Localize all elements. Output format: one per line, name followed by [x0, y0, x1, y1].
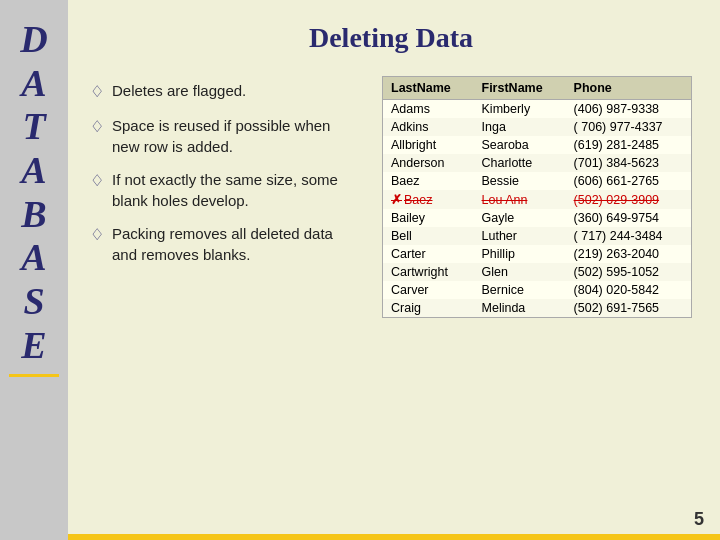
cell-firstname: Lou Ann — [474, 190, 566, 209]
cell-firstname: Phillip — [474, 245, 566, 263]
cell-phone: (804) 020-5842 — [566, 281, 692, 299]
cell-lastname: Carter — [383, 245, 474, 263]
letter-b: B — [21, 193, 46, 237]
cell-lastname: Baez — [383, 172, 474, 190]
cell-firstname: Gayle — [474, 209, 566, 227]
cell-firstname: Inga — [474, 118, 566, 136]
letter-t: T — [22, 105, 45, 149]
cell-firstname: Luther — [474, 227, 566, 245]
page-title: Deleting Data — [90, 22, 692, 54]
cell-phone: (360) 649-9754 — [566, 209, 692, 227]
table-row: Baez Lou Ann (502) 029-3909 — [383, 190, 692, 209]
bullet-item: ♢Deletes are flagged. — [90, 80, 358, 103]
bullets-list: ♢Deletes are flagged.♢Space is reused if… — [90, 76, 358, 522]
letter-a1: A — [21, 62, 46, 106]
table-row: Craig Melinda (502) 691-7565 — [383, 299, 692, 318]
cell-firstname: Bessie — [474, 172, 566, 190]
letter-s: S — [23, 280, 44, 324]
table-row: Anderson Charlotte (701) 384-5623 — [383, 154, 692, 172]
bullet-text: Space is reused if possible when new row… — [112, 115, 358, 157]
cell-firstname: Melinda — [474, 299, 566, 318]
cell-firstname: Bernice — [474, 281, 566, 299]
cell-phone: (219) 263-2040 — [566, 245, 692, 263]
table-container: LastName FirstName Phone Adams Kimberly … — [382, 76, 692, 522]
bullet-diamond: ♢ — [90, 116, 104, 138]
page-number: 5 — [694, 509, 704, 530]
cell-firstname: Glen — [474, 263, 566, 281]
cell-phone: (701) 384-5623 — [566, 154, 692, 172]
content-area: ♢Deletes are flagged.♢Space is reused if… — [90, 76, 692, 522]
cell-lastname: Carver — [383, 281, 474, 299]
cell-lastname: Anderson — [383, 154, 474, 172]
letter-a3: A — [21, 236, 46, 280]
cell-firstname: Kimberly — [474, 100, 566, 119]
data-table: LastName FirstName Phone Adams Kimberly … — [382, 76, 692, 318]
bullet-text: If not exactly the same size, some blank… — [112, 169, 358, 211]
bullet-diamond: ♢ — [90, 224, 104, 246]
cell-firstname: Charlotte — [474, 154, 566, 172]
cell-phone: (502) 691-7565 — [566, 299, 692, 318]
bullet-diamond: ♢ — [90, 170, 104, 192]
table-row: Allbright Searoba (619) 281-2485 — [383, 136, 692, 154]
table-row: Bell Luther ( 717) 244-3484 — [383, 227, 692, 245]
cell-lastname: Bell — [383, 227, 474, 245]
table-header-row: LastName FirstName Phone — [383, 77, 692, 100]
col-header-firstname: FirstName — [474, 77, 566, 100]
table-row: Cartwright Glen (502) 595-1052 — [383, 263, 692, 281]
bullet-item: ♢Space is reused if possible when new ro… — [90, 115, 358, 157]
sidebar-underline — [9, 374, 59, 377]
table-row: Adams Kimberly (406) 987-9338 — [383, 100, 692, 119]
cell-lastname: Bailey — [383, 209, 474, 227]
cell-lastname: Baez — [383, 190, 474, 209]
cell-phone: (606) 661-2765 — [566, 172, 692, 190]
table-row: Baez Bessie (606) 661-2765 — [383, 172, 692, 190]
main-content: Deleting Data ♢Deletes are flagged.♢Spac… — [68, 0, 720, 540]
cell-lastname: Adams — [383, 100, 474, 119]
cell-lastname: Cartwright — [383, 263, 474, 281]
bullet-item: ♢Packing removes all deleted data and re… — [90, 223, 358, 265]
letter-e: E — [21, 324, 46, 368]
col-header-lastname: LastName — [383, 77, 474, 100]
cell-firstname: Searoba — [474, 136, 566, 154]
table-row: Adkins Inga ( 706) 977-4337 — [383, 118, 692, 136]
table-row: Carver Bernice (804) 020-5842 — [383, 281, 692, 299]
cell-phone: (502) 595-1052 — [566, 263, 692, 281]
cell-phone: ( 717) 244-3484 — [566, 227, 692, 245]
bullet-diamond: ♢ — [90, 81, 104, 103]
cell-phone: (619) 281-2485 — [566, 136, 692, 154]
table-row: Carter Phillip (219) 263-2040 — [383, 245, 692, 263]
letter-d: D — [20, 18, 47, 62]
cell-phone: (502) 029-3909 — [566, 190, 692, 209]
col-header-phone: Phone — [566, 77, 692, 100]
bullet-text: Deletes are flagged. — [112, 80, 246, 101]
cell-lastname: Adkins — [383, 118, 474, 136]
cell-phone: (406) 987-9338 — [566, 100, 692, 119]
bottom-bar — [68, 534, 720, 540]
letter-a2: A — [21, 149, 46, 193]
cell-lastname: Allbright — [383, 136, 474, 154]
cell-lastname: Craig — [383, 299, 474, 318]
sidebar: D A T A B A S E — [0, 0, 68, 540]
table-row: Bailey Gayle (360) 649-9754 — [383, 209, 692, 227]
cell-phone: ( 706) 977-4337 — [566, 118, 692, 136]
bullet-item: ♢If not exactly the same size, some blan… — [90, 169, 358, 211]
bullet-text: Packing removes all deleted data and rem… — [112, 223, 358, 265]
